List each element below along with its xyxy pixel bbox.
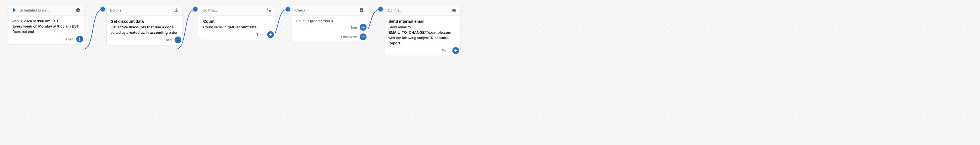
add-step-button[interactable] xyxy=(175,37,181,43)
then-label: Then xyxy=(256,33,265,37)
header-label: Do this... xyxy=(203,8,217,12)
entry-dot xyxy=(193,7,197,11)
then-label: Then xyxy=(442,49,450,53)
header-label: Check if... xyxy=(295,8,312,12)
header-label: Do this... xyxy=(110,8,124,12)
add-then-step-button[interactable] xyxy=(360,24,366,30)
add-step-button[interactable] xyxy=(452,47,459,54)
node-title: Count xyxy=(203,19,271,24)
node-check[interactable]: Check if... Count is greater than 0 Then… xyxy=(292,5,368,42)
node-get-discount-data[interactable]: Do this... Get discount data Get active … xyxy=(107,5,182,45)
node-trigger[interactable]: Scheduled to run... Jan 8, 2024 at 9:00 … xyxy=(8,5,84,44)
node-header: Do this... xyxy=(107,5,182,16)
header-label: Scheduled to run... xyxy=(20,8,50,12)
node-send-email[interactable]: Do this... Send internal email Send emai… xyxy=(385,5,460,56)
svg-rect-3 xyxy=(452,9,456,11)
then-label: Then xyxy=(164,38,172,42)
add-step-button[interactable] xyxy=(267,31,274,38)
node-title: Send internal email xyxy=(388,19,456,24)
header-label: Do this... xyxy=(388,8,402,12)
checklist-icon xyxy=(359,7,364,13)
entry-dot xyxy=(286,7,290,11)
then-label: Then xyxy=(66,37,74,41)
clock-icon xyxy=(75,7,81,13)
svg-rect-2 xyxy=(361,8,362,9)
node-header: Do this... xyxy=(199,5,275,16)
node-header: Check if... xyxy=(292,5,368,16)
download-icon xyxy=(173,7,179,13)
node-count[interactable]: Do this... Count Count items in getDisco… xyxy=(199,5,275,40)
add-otherwise-step-button[interactable] xyxy=(360,33,366,40)
entry-dot xyxy=(100,7,105,11)
add-step-button[interactable] xyxy=(76,36,83,42)
node-header: Scheduled to run... xyxy=(8,5,84,16)
calculate-icon xyxy=(266,7,272,13)
play-icon xyxy=(12,7,18,13)
node-title: Get discount data xyxy=(111,19,178,24)
otherwise-label: Otherwise xyxy=(341,35,357,39)
then-label: Then xyxy=(349,25,357,30)
node-header: Do this... xyxy=(385,5,460,16)
entry-dot xyxy=(378,7,383,11)
mail-icon xyxy=(451,7,457,13)
